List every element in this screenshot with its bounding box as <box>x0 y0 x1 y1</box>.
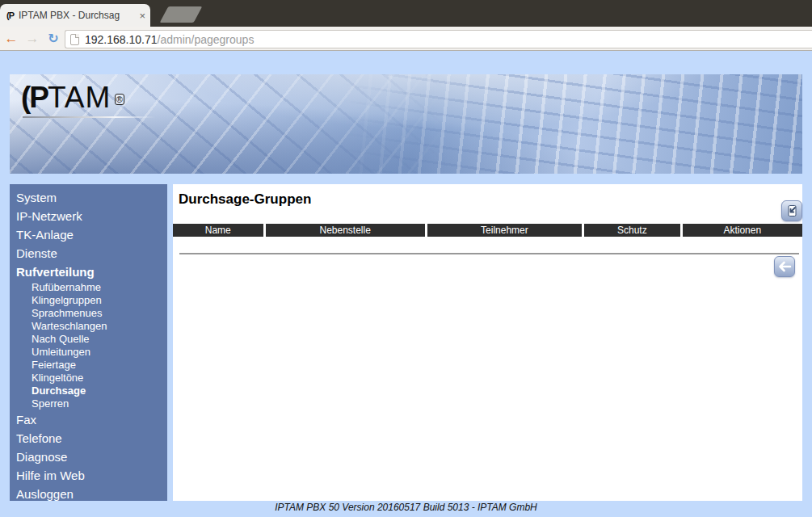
logo-underline <box>23 116 155 118</box>
sidebar-item-klingeltoene[interactable]: Klingeltöne <box>10 372 167 385</box>
sidebar-item-rufverteilung[interactable]: Rufverteilung <box>10 263 167 281</box>
column-header-aktionen: Aktionen <box>683 224 802 237</box>
registered-trademark-icon: ® <box>115 94 124 105</box>
main-content: Durchsage-Gruppen Name Nebenstelle Teiln… <box>173 184 802 501</box>
sidebar-item-hilfe-im-web[interactable]: Hilfe im Web <box>10 466 167 485</box>
browser-window: (P IPTAM PBX - Durchsag × ← → ↻ 192.168.… <box>0 0 812 517</box>
sidebar-item-sprachmenues[interactable]: Sprachmenues <box>10 307 167 320</box>
new-tab-button[interactable] <box>160 6 203 23</box>
sidebar-item-feiertage[interactable]: Feiertage <box>10 359 167 372</box>
url-host: 192.168.10.71 <box>85 33 158 46</box>
sidebar-item-sperren[interactable]: Sperren <box>10 397 167 410</box>
sidebar-item-fax[interactable]: Fax <box>10 410 167 429</box>
back-navigation-icon[interactable]: ← <box>2 29 21 48</box>
empty-table-separator <box>179 253 799 254</box>
version-footer: IPTAM PBX 50 Version 20160517 Build 5013… <box>0 502 812 513</box>
sidebar-item-umleitungen[interactable]: Umleitungen <box>10 346 167 359</box>
sidebar-item-diagnose[interactable]: Diagnose <box>10 448 167 466</box>
browser-tab[interactable]: (P IPTAM PBX - Durchsag × <box>0 4 150 27</box>
sidebar-nav: System IP-Netzwerk TK-Anlage Dienste Ruf… <box>10 184 167 501</box>
address-bar[interactable]: 192.168.10.71/admin/pagegroups <box>65 30 812 48</box>
iptam-logo: (PTAM ® <box>21 81 155 118</box>
browser-titlebar: (P IPTAM PBX - Durchsag × <box>0 0 812 27</box>
logo-ip-glyph: (P <box>21 81 48 114</box>
column-header-nebenstelle: Nebenstelle <box>266 224 425 237</box>
back-arrow-icon <box>777 261 792 272</box>
sidebar-item-ip-netzwerk[interactable]: IP-Netzwerk <box>10 207 167 225</box>
header-banner: (PTAM ® <box>10 74 802 174</box>
table-header-row: Name Nebenstelle Teilnehmer Schutz Aktio… <box>173 224 802 237</box>
page-title: Durchsage-Gruppen <box>173 184 802 208</box>
add-group-button[interactable] <box>781 200 802 221</box>
sidebar-item-klingelgruppen[interactable]: Klingelgruppen <box>10 294 167 307</box>
forward-navigation-icon[interactable]: → <box>23 29 42 48</box>
iptam-favicon-icon: (P <box>6 11 14 20</box>
sidebar-item-tk-anlage[interactable]: TK-Anlage <box>10 225 167 244</box>
sidebar-item-nach-quelle[interactable]: Nach Quelle <box>10 333 167 346</box>
browser-toolbar: ← → ↻ 192.168.10.71/admin/pagegroups <box>0 27 812 51</box>
column-header-name: Name <box>173 224 263 237</box>
sidebar-item-warteschlangen[interactable]: Warteschlangen <box>10 320 167 333</box>
sidebar-item-telefone[interactable]: Telefone <box>10 429 167 448</box>
tab-close-icon[interactable]: × <box>139 11 145 21</box>
page-body: (PTAM ® System IP-Netzwerk TK-Anlage Die… <box>0 52 812 517</box>
sidebar-item-rufuebernahme[interactable]: Rufübernahme <box>10 281 167 294</box>
tab-title: IPTAM PBX - Durchsag <box>19 10 122 21</box>
url-path: /admin/pagegroups <box>158 33 255 46</box>
column-header-schutz: Schutz <box>584 224 680 237</box>
sidebar-item-dienste[interactable]: Dienste <box>10 244 167 263</box>
column-header-teilnehmer: Teilnehmer <box>427 224 582 237</box>
logo-tam-text: TAM <box>48 81 111 114</box>
new-entry-icon <box>785 204 798 217</box>
reload-icon[interactable]: ↻ <box>44 29 63 48</box>
sidebar-item-ausloggen[interactable]: Ausloggen <box>10 485 167 503</box>
sidebar-item-durchsage[interactable]: Durchsage <box>10 385 167 397</box>
back-button[interactable] <box>774 256 795 277</box>
sidebar-item-system[interactable]: System <box>10 188 167 207</box>
page-document-icon <box>70 34 79 45</box>
